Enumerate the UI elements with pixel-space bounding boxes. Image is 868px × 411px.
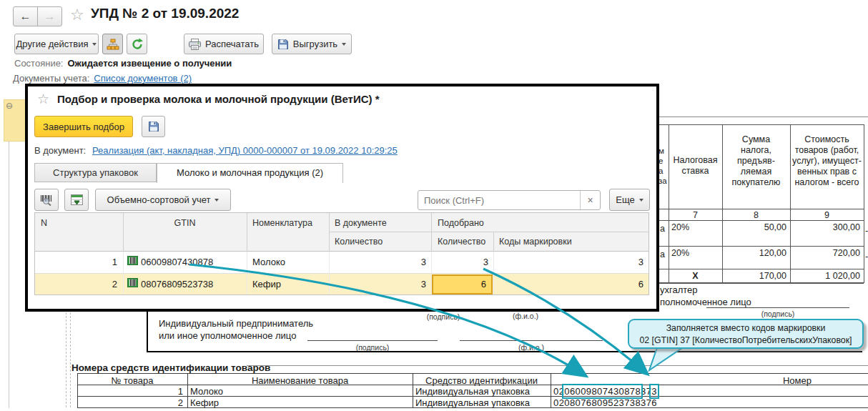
nav-back-button[interactable]: ←: [13, 6, 38, 26]
total-cost-cell: 1 020,00: [790, 271, 860, 282]
tab-label: Молоко и молочная продукция (2): [177, 167, 323, 178]
gtin-barcode-icon: [127, 278, 138, 287]
tab-milk-products[interactable]: Молоко и молочная продукция (2): [157, 163, 343, 183]
load-from-document-button[interactable]: [64, 189, 89, 211]
gtin-value: 06009807430878: [141, 257, 213, 267]
code-qty-highlighted: 3: [651, 386, 657, 397]
col-number: 7: [669, 210, 722, 221]
chevron-down-icon: [639, 199, 643, 202]
more-button[interactable]: Еще: [609, 189, 650, 211]
target-doc-link[interactable]: Реализация (акт, накладная, УПД) 0000-00…: [92, 145, 398, 156]
docs-list-link[interactable]: Список документов (2): [94, 73, 192, 84]
save-icon: [148, 121, 159, 132]
page-margin-dashed-line: [66, 312, 66, 407]
favorite-star-icon[interactable]: ☆: [70, 6, 84, 24]
app-window: ← → ☆ УПД № 2 от 19.09.2022 Другие дейст…: [0, 0, 868, 411]
search-input[interactable]: [418, 191, 580, 209]
marking-codes-value: 3: [493, 257, 643, 267]
col-number: 8: [722, 210, 790, 221]
id-col-num-header: № товара: [77, 375, 187, 386]
grid-col-marking-codes[interactable]: Коды маркировки: [499, 237, 572, 247]
dialog-title: Подбор и проверка молока и молочной прод…: [57, 93, 380, 105]
callout-line2: 02 [GTIN] 37 [КоличествоПотребительскихУ…: [629, 335, 862, 347]
search-box: ×: [418, 190, 601, 210]
grid-col-n[interactable]: N: [41, 218, 47, 228]
callout-line1: Заполняется вместо кодов маркировки: [629, 322, 862, 335]
docs-label: Документы учета:: [13, 73, 89, 84]
finish-selection-button[interactable]: Завершить подбор: [34, 116, 133, 137]
printer-icon: [189, 39, 201, 50]
picker-dialog: ☆ Подбор и проверка молока и молочной пр…: [25, 84, 659, 312]
structure-button[interactable]: [102, 34, 123, 54]
export-button[interactable]: Выгрузить: [272, 34, 352, 54]
status-row: Состояние: Ожидается извещение о получен…: [14, 58, 232, 69]
code-ai: 37: [641, 386, 651, 397]
id-row-num: 2: [77, 397, 183, 408]
close-icon: ×: [587, 194, 593, 206]
accounting-docs-row: Документы учета: Список документов (2): [13, 73, 192, 84]
doc-quantity-value: 3: [329, 279, 426, 289]
grid-col-quantity2[interactable]: Количество: [438, 237, 485, 247]
clipped-cell-text: -: [865, 252, 868, 262]
more-label: Еще: [616, 194, 634, 205]
nomenclature-value: Молоко: [252, 257, 285, 267]
gtin-barcode-icon: [127, 256, 138, 265]
annotation-callout: Заполняется вместо кодов маркировки 02 […: [628, 319, 864, 349]
fio-caption: (ф.и.о.): [493, 312, 558, 320]
other-actions-button[interactable]: Другие действия: [14, 34, 99, 54]
id-row-idtype: Индивидуальная упаковка: [415, 386, 530, 397]
clipped-cell-text: -: [865, 226, 868, 237]
scan-barcode-button[interactable]: [34, 189, 59, 211]
id-row-code: 0208076809523738376: [553, 397, 657, 408]
tax-sum-cell: 120,00: [722, 248, 786, 259]
volume-accounting-dropdown[interactable]: Объемно-сортовой учет: [95, 189, 231, 211]
tax-sum-header: Сумма налога, предъяв- ляемая покупателю: [722, 134, 790, 188]
nav-forward-button[interactable]: →: [37, 6, 62, 26]
tab-label: Структура упаковок: [53, 167, 138, 178]
code-gtin-highlighted: 06009807430878: [564, 386, 641, 397]
id-col-number-header: Номер: [744, 375, 851, 386]
col-number: 9: [790, 210, 864, 221]
grid-col-nomenclature[interactable]: Номенклатура: [252, 218, 312, 228]
tree-branch-line: [9, 141, 9, 408]
form-thin-line: [247, 365, 868, 366]
signature-caption: (подпись): [400, 312, 486, 321]
status-label: Состояние:: [14, 58, 63, 69]
id-row-name: Кефир: [190, 397, 219, 408]
page-margin-dashed-line: [70, 312, 71, 407]
cost-header: Стоимость товаров (работ, услуг), имущес…: [790, 134, 864, 188]
marking-codes-value: 6: [493, 279, 643, 289]
print-button[interactable]: Распечатать: [184, 34, 264, 54]
grid-col-quantity[interactable]: Количество: [335, 237, 383, 247]
refresh-button[interactable]: [127, 34, 147, 54]
refresh-icon: [131, 38, 144, 51]
doc-quantity-value: 3: [329, 257, 426, 267]
grid-col-selected[interactable]: Подобрано: [438, 218, 484, 228]
grid-col-gtin[interactable]: GTIN: [123, 218, 247, 228]
row-number: 1: [35, 257, 117, 267]
favorite-star-icon[interactable]: ☆: [37, 91, 49, 107]
print-label: Распечатать: [205, 39, 259, 49]
row-number: 2: [35, 279, 117, 289]
grid-col-in-document[interactable]: В документе: [335, 218, 387, 228]
clipped-cell-text: а: [660, 224, 665, 234]
target-doc-label: В документ:: [34, 145, 86, 156]
accountant-clipped-text: ухгалтер: [660, 284, 698, 295]
tab-package-structure[interactable]: Структура упаковок: [34, 163, 157, 182]
finish-selection-label: Завершить подбор: [43, 122, 124, 132]
selected-quantity-cell-active[interactable]: 6: [432, 274, 493, 294]
chevron-down-icon: [92, 43, 97, 46]
form-border-line: [147, 312, 148, 352]
forward-arrow-icon: →: [44, 10, 56, 23]
clear-search-button[interactable]: ×: [580, 191, 600, 209]
form-border-line: [147, 351, 862, 352]
id-row-code: 0206009807430878373: [553, 386, 657, 397]
id-table-title: Номера средств идентификации товаров: [71, 362, 270, 373]
tree-collapse-icon[interactable]: ⊖: [6, 101, 13, 111]
save-icon: [277, 39, 289, 50]
save-button[interactable]: [142, 116, 165, 137]
volume-accounting-label: Объемно-сортовой учет: [107, 194, 211, 205]
signature-caption: (подпись): [706, 310, 849, 318]
entrepreneur-label-line2: или иное уполномоченное лицо: [159, 330, 296, 341]
org-chart-icon: [107, 39, 119, 50]
